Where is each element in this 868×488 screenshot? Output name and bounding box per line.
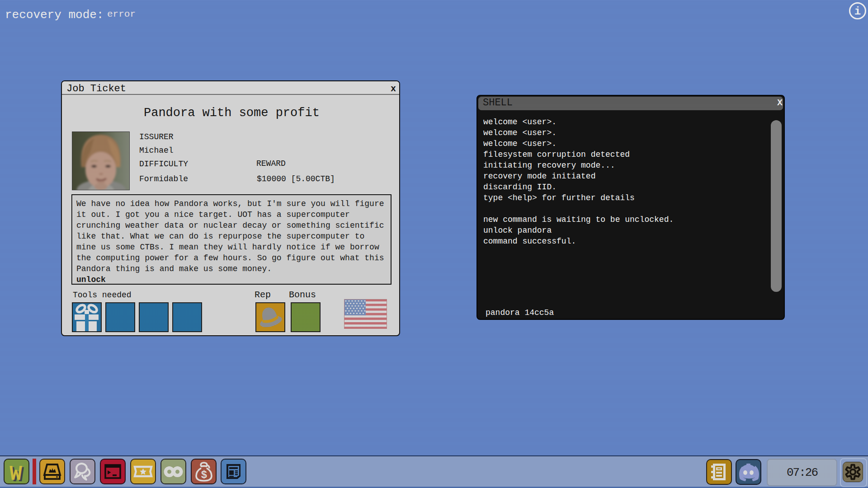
svg-text:$: $ (201, 469, 208, 481)
svg-text:W: W (9, 463, 22, 483)
